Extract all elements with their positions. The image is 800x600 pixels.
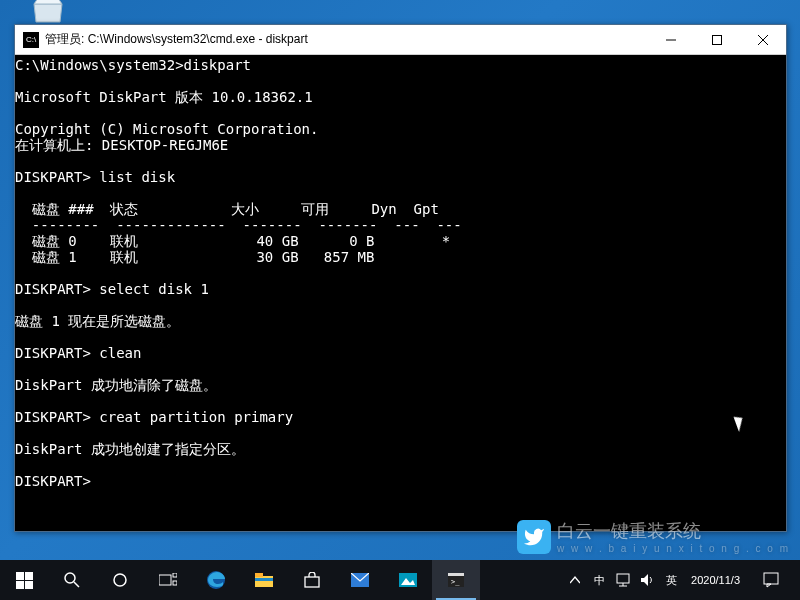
svg-rect-21: [448, 573, 464, 576]
taskbar-cmd[interactable]: >_: [432, 560, 480, 600]
term-line: DISKPART>: [15, 473, 91, 489]
clock-date: 2020/11/3: [691, 573, 740, 587]
term-line: 在计算机上: DESKTOP-REGJM6E: [15, 137, 228, 153]
start-button[interactable]: [0, 560, 48, 600]
search-icon: [64, 572, 80, 588]
term-line: 磁盘 1 联机 30 GB 857 MB: [15, 249, 374, 265]
window-title: 管理员: C:\Windows\system32\cmd.exe - diskp…: [45, 31, 648, 48]
svg-rect-23: [617, 574, 629, 583]
tray-network[interactable]: [611, 560, 635, 600]
ime-mode-label: 中: [594, 573, 605, 588]
notification-icon: [763, 572, 779, 588]
term-line: 磁盘 0 联机 40 GB 0 B *: [15, 233, 450, 249]
svg-rect-27: [764, 573, 778, 584]
term-line: -------- ------------- ------- ------- -…: [15, 217, 462, 233]
svg-rect-16: [305, 577, 319, 587]
taskbar-search[interactable]: [48, 560, 96, 600]
windows-logo-icon: [16, 572, 33, 589]
taskview-icon: [159, 573, 177, 587]
term-line: DiskPart 成功地创建了指定分区。: [15, 441, 245, 457]
terminal-output[interactable]: C:\Windows\system32>diskpart Microsoft D…: [15, 55, 786, 531]
close-icon: [758, 35, 768, 45]
taskbar-edge[interactable]: [192, 560, 240, 600]
maximize-button[interactable]: [694, 25, 740, 55]
term-line: DISKPART> select disk 1: [15, 281, 209, 297]
term-line: 磁盘 1 现在是所选磁盘。: [15, 313, 180, 329]
chevron-up-icon: [570, 575, 580, 585]
svg-rect-10: [173, 573, 177, 577]
svg-rect-14: [255, 573, 263, 577]
minimize-button[interactable]: [648, 25, 694, 55]
svg-marker-28: [767, 584, 771, 587]
taskbar-explorer[interactable]: [240, 560, 288, 600]
close-button[interactable]: [740, 25, 786, 55]
term-line: C:\Windows\system32>diskpart: [15, 57, 251, 73]
term-line: DISKPART> creat partition primary: [15, 409, 293, 425]
ime-lang-label: 英: [666, 573, 677, 588]
svg-rect-15: [255, 578, 273, 581]
cmd-icon: C:\: [23, 32, 39, 48]
taskbar-store[interactable]: [288, 560, 336, 600]
tray-volume[interactable]: [635, 560, 659, 600]
term-line: DISKPART> clean: [15, 345, 141, 361]
tray-ime-mode[interactable]: 中: [587, 560, 611, 600]
network-icon: [616, 573, 630, 587]
cmd-window: C:\ 管理员: C:\Windows\system32\cmd.exe - d…: [14, 24, 787, 532]
watermark: 白云一键重装系统 w w w . b a i y u n x i t o n g…: [517, 519, 790, 554]
term-line: DISKPART> list disk: [15, 169, 175, 185]
recycle-bin-icon: [28, 0, 68, 24]
term-line: 磁盘 ### 状态 大小 可用 Dyn Gpt: [15, 201, 439, 217]
tray-overflow[interactable]: [563, 560, 587, 600]
svg-rect-3: [713, 35, 722, 44]
svg-rect-11: [173, 581, 177, 585]
svg-point-8: [114, 574, 126, 586]
term-line: DiskPart 成功地清除了磁盘。: [15, 377, 217, 393]
taskbar-cortana[interactable]: [96, 560, 144, 600]
tray-ime-lang[interactable]: 英: [659, 560, 683, 600]
term-line: Copyright (C) Microsoft Corporation.: [15, 121, 318, 137]
svg-marker-26: [641, 574, 648, 586]
volume-icon: [640, 573, 654, 587]
taskbar-notifications[interactable]: [748, 572, 794, 588]
watermark-subtext: w w w . b a i y u n x i t o n g . c o m: [557, 543, 790, 554]
mail-icon: [351, 573, 369, 587]
watermark-text: 白云一键重装系统: [557, 521, 701, 541]
taskbar-clock[interactable]: 2020/11/3: [683, 573, 748, 587]
edge-icon: [206, 570, 226, 590]
folder-icon: [255, 573, 273, 587]
svg-point-6: [65, 573, 75, 583]
svg-line-7: [74, 582, 79, 587]
term-line: Microsoft DiskPart 版本 10.0.18362.1: [15, 89, 313, 105]
taskbar-taskview[interactable]: [144, 560, 192, 600]
svg-marker-1: [34, 0, 62, 4]
cortana-icon: [112, 572, 128, 588]
svg-marker-0: [34, 4, 62, 22]
svg-rect-13: [255, 576, 273, 587]
titlebar[interactable]: C:\ 管理员: C:\Windows\system32\cmd.exe - d…: [15, 25, 786, 55]
watermark-logo-icon: [517, 520, 551, 554]
taskbar-photos[interactable]: [384, 560, 432, 600]
minimize-icon: [666, 35, 676, 45]
taskbar-mail[interactable]: [336, 560, 384, 600]
svg-rect-9: [159, 575, 171, 585]
store-icon: [304, 572, 320, 588]
taskbar: >_ 中 英 2020/11/3: [0, 560, 800, 600]
terminal-icon: >_: [448, 573, 464, 587]
svg-text:>_: >_: [451, 578, 460, 586]
photos-icon: [399, 573, 417, 587]
maximize-icon: [712, 35, 722, 45]
